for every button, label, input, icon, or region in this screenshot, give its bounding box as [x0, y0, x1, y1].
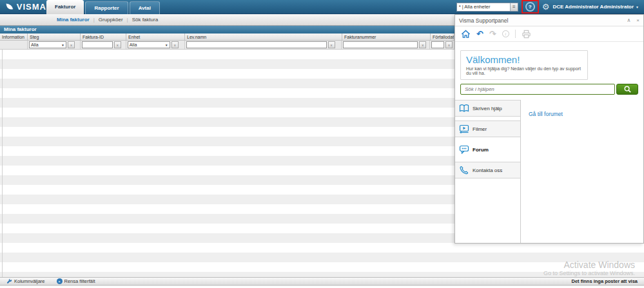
subnav-sok-faktura[interactable]: Sök faktura	[132, 17, 158, 23]
filter-forfallodatum-clear-button[interactable]: x	[445, 41, 453, 48]
grid-title-bar: Mina fakturor	[0, 26, 454, 34]
support-panel-content: Skriven hjälp Filmer	[455, 100, 643, 243]
filter-enhet-value: Alla	[130, 43, 137, 47]
back-icon[interactable]: ↶	[476, 30, 483, 38]
support-panel-toolbar: ↶ ↷ i	[455, 26, 643, 42]
support-menu: Skriven hjälp Filmer	[455, 100, 521, 243]
forum-chat-icon	[459, 145, 469, 154]
welcome-box: Välkommen! Hur kan vi hjälpa dig? Nedan …	[460, 50, 588, 80]
select-caret-icon: ▼	[61, 43, 64, 47]
filter-cell-fakturanummer: x	[342, 41, 430, 49]
search-icon	[623, 85, 632, 93]
collapse-icon[interactable]: ∧	[627, 17, 630, 23]
filter-steg-clear-button[interactable]: x	[68, 41, 75, 48]
filter-fakturanummer-clear-button[interactable]: x	[419, 41, 426, 48]
empty-table-message: Det finns inga poster att visa	[571, 278, 638, 284]
filter-steg-value: Alla	[31, 43, 39, 47]
grid-header-row: Information Steg Faktura-ID Enhet Lev.na…	[0, 34, 454, 41]
user-caret-icon: ▼	[636, 5, 639, 9]
content-left-border	[2, 26, 3, 285]
filter-fakturanummer-input[interactable]	[343, 41, 418, 48]
menu-item-label: Forum	[473, 147, 489, 153]
filter-cell-steg: Alla ▼ x	[28, 41, 81, 49]
help-icon[interactable]: ?	[525, 2, 535, 12]
phone-icon	[459, 166, 469, 175]
support-panel-header: Visma Supportpanel ∧ ×	[455, 15, 643, 26]
filter-cell-enhet: Alla ▼ x	[126, 41, 185, 49]
filter-lev-namn-clear-button[interactable]: x	[328, 41, 335, 48]
grid-footer-bar: Kolumnväljare × Rensa filterfält Det fin…	[0, 277, 644, 285]
column-chooser-button[interactable]: Kolumnväljare	[6, 278, 45, 284]
filter-forfallodatum-input[interactable]	[431, 41, 444, 48]
home-icon[interactable]	[461, 30, 471, 39]
bottom-strip	[0, 285, 644, 288]
column-header-information[interactable]: Information	[0, 34, 28, 40]
filter-faktura-id-clear-button[interactable]: x	[114, 41, 121, 48]
help-search-button[interactable]	[616, 84, 638, 95]
subnav-gruppkoer[interactable]: Gruppköer	[99, 17, 123, 23]
filter-cell-information	[0, 41, 28, 49]
welcome-title: Välkommen!	[466, 54, 582, 65]
support-panel-title: Visma Supportpanel	[459, 17, 508, 24]
help-search-row	[460, 84, 638, 95]
column-header-forfallodatum-label: Förfallodatum	[433, 35, 454, 39]
column-header-faktura-id[interactable]: Faktura-ID	[81, 34, 126, 40]
select-caret-icon: ▼	[165, 43, 168, 47]
column-header-forfallodatum[interactable]: Förfallodatum ▲	[431, 34, 454, 40]
column-header-enhet[interactable]: Enhet	[126, 34, 185, 40]
menu-item-filmer[interactable]: Filmer	[455, 120, 520, 137]
clear-filters-label: Rensa filterfält	[64, 278, 95, 284]
filter-cell-forfallodatum: x	[430, 41, 454, 49]
subnav-mina-fakturor[interactable]: Mina fakturor	[57, 17, 90, 23]
annotation-red-box: ?	[522, 0, 539, 14]
menu-item-label: Filmer	[473, 126, 487, 132]
filter-steg-select[interactable]: Alla ▼	[29, 41, 66, 48]
close-icon[interactable]: ×	[636, 17, 639, 23]
print-icon[interactable]	[522, 30, 531, 39]
wrench-icon	[6, 278, 12, 284]
column-header-lev-namn[interactable]: Lev.namn	[185, 34, 342, 40]
unit-selector[interactable]: * | Alla enheter ≡	[456, 3, 518, 12]
forward-icon[interactable]: ↷	[489, 30, 496, 38]
filter-faktura-id-input[interactable]	[82, 41, 113, 48]
column-header-fakturanummer[interactable]: Fakturanummer	[342, 34, 431, 40]
filter-enhet-clear-button[interactable]: x	[171, 41, 179, 48]
gear-icon[interactable]: ⚙	[542, 3, 550, 11]
filter-cell-lev-namn: x	[185, 41, 342, 49]
grid-filter-row: Alla ▼ x x Alla ▼ x x x x	[0, 41, 454, 50]
welcome-subtitle: Hur kan vi hjälpa dig? Nedan väljer du d…	[466, 66, 582, 75]
menu-item-skriven-hjalp[interactable]: Skriven hjälp	[455, 100, 520, 117]
menu-item-kontakta-oss[interactable]: Kontakta oss	[455, 162, 520, 178]
subnav-separator: |	[93, 17, 95, 23]
info-icon[interactable]: i	[502, 30, 509, 37]
unit-selector-picker-icon[interactable]: ≡	[510, 3, 518, 11]
tab-avtal[interactable]: Avtal	[130, 1, 160, 14]
menu-item-forum[interactable]: Forum	[455, 141, 520, 158]
support-panel-main: Gå till forumet	[521, 100, 643, 243]
topbar-right-cluster: * | Alla enheter ≡ ? ⚙ DCE Administrator…	[456, 0, 644, 14]
clear-filters-button[interactable]: × Rensa filterfält	[57, 278, 95, 284]
main-tabs: Fakturor Rapporter Avtal	[46, 0, 160, 14]
column-header-steg[interactable]: Steg	[28, 34, 81, 40]
panel-window-buttons: ∧ ×	[627, 17, 639, 23]
visma-support-panel: Visma Supportpanel ∧ × ↶ ↷ i Välkommen! …	[454, 14, 644, 244]
column-chooser-label: Kolumnväljare	[14, 278, 45, 284]
visma-logo: VISMA	[0, 2, 46, 12]
filter-lev-namn-input[interactable]	[186, 41, 327, 48]
tab-rapporter[interactable]: Rapporter	[85, 1, 128, 14]
tab-fakturor[interactable]: Fakturor	[46, 0, 84, 14]
user-name: DCE Administrator Administrator	[552, 4, 634, 10]
logo-text: VISMA	[17, 2, 46, 12]
subnav-separator: |	[127, 17, 128, 23]
help-search-input[interactable]	[460, 84, 615, 95]
top-bar: VISMA Fakturor Rapporter Avtal * | Alla …	[0, 0, 644, 14]
visma-swoosh-icon	[5, 3, 14, 12]
forum-link[interactable]: Gå till forumet	[529, 111, 563, 117]
user-menu[interactable]: DCE Administrator Administrator ▼	[552, 4, 639, 10]
clear-filters-icon: ×	[57, 278, 63, 284]
menu-item-label: Skriven hjälp	[473, 106, 502, 111]
filter-cell-faktura-id: x	[81, 41, 126, 49]
toolbar-separator	[515, 30, 516, 38]
unit-selector-value: * | Alla enheter	[457, 4, 510, 10]
filter-enhet-select[interactable]: Alla ▼	[128, 41, 170, 48]
